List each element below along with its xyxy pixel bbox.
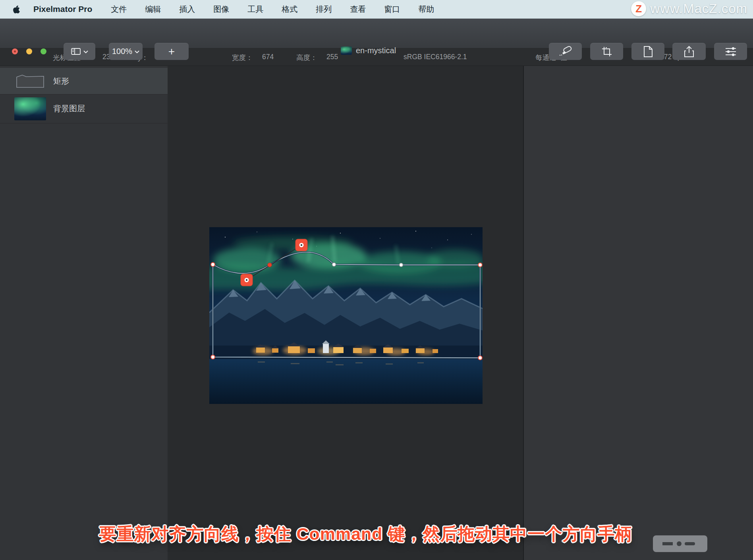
document-image[interactable]: [209, 227, 483, 404]
menu-help[interactable]: 帮助: [409, 4, 443, 15]
color-profile: sRGB IEC61966-2.1: [404, 53, 467, 61]
layer-row-background[interactable]: 背景图层: [0, 94, 168, 124]
share-button[interactable]: [672, 43, 706, 60]
selection-height-value: 255: [326, 53, 338, 61]
layers-sidebar: 矩形 背景图层 正常 100% 搜索: [0, 66, 168, 560]
selection-height-label: 高度：: [296, 53, 317, 62]
app-menu-pixelmator[interactable]: Pixelmator Pro: [24, 4, 102, 14]
menu-tools[interactable]: 工具: [238, 4, 272, 15]
menu-arrange[interactable]: 排列: [307, 4, 341, 15]
watermark-text: www.MacZ.com: [650, 1, 747, 16]
menu-file[interactable]: 文件: [102, 4, 136, 15]
crop-icon: [601, 46, 612, 57]
minimize-window-button[interactable]: [26, 48, 32, 54]
watermark: Z www.MacZ.com: [631, 1, 747, 16]
document-icon: [643, 46, 653, 58]
document-title: en-mystical: [356, 46, 396, 55]
crop-button[interactable]: [590, 43, 623, 60]
zoom-level-value: 100%: [112, 47, 132, 56]
layer-name: 矩形: [53, 76, 69, 87]
tutorial-caption: 要重新对齐方向线，按住 Command 键，然后拖动其中一个方向手柄: [99, 523, 632, 546]
menu-format[interactable]: 格式: [272, 4, 307, 15]
selection-width-label: 宽度：: [232, 53, 253, 62]
export-button[interactable]: [631, 43, 664, 60]
document-title-group: en-mystical: [341, 46, 396, 55]
sidebar-icon: [71, 48, 81, 55]
shape-layer-thumbnail: [14, 71, 46, 91]
share-icon: [684, 46, 694, 58]
chevron-down-icon: [135, 50, 139, 53]
selection-width-value: 674: [262, 53, 274, 61]
direction-handle-lower[interactable]: [241, 274, 253, 286]
add-layer-button[interactable]: +: [154, 43, 189, 60]
shape-options-panel: [524, 66, 753, 560]
sliders-icon: [725, 46, 737, 57]
menu-window[interactable]: 窗口: [375, 4, 409, 15]
chevron-down-icon: [83, 50, 88, 53]
marker-pen-icon: [559, 46, 572, 58]
layer-row-rectangle[interactable]: 矩形: [0, 68, 168, 95]
panel-divider: [523, 66, 524, 560]
apple-menu-icon[interactable]: [12, 4, 21, 14]
menu-edit[interactable]: 编辑: [136, 4, 170, 15]
zoom-window-button[interactable]: [41, 48, 46, 54]
menu-view[interactable]: 查看: [341, 4, 375, 15]
settings-button[interactable]: [714, 43, 747, 60]
direction-handle-upper[interactable]: [295, 239, 307, 251]
layer-name: 背景图层: [53, 103, 85, 114]
close-window-button[interactable]: [12, 48, 18, 54]
menu-image[interactable]: 图像: [204, 4, 238, 15]
document-thumbnail: [341, 46, 352, 55]
watermark-logo: Z: [631, 1, 646, 16]
background-layer-thumbnail: [14, 97, 46, 120]
quick-fill-button[interactable]: [549, 43, 582, 60]
menu-insert[interactable]: 插入: [170, 4, 204, 15]
sidebar-toggle-button[interactable]: [64, 43, 95, 60]
zoom-level-button[interactable]: 100%: [109, 43, 143, 60]
cap-style-control[interactable]: [653, 535, 707, 552]
water: [209, 359, 483, 404]
title-bar: 100% + en-mystical: [0, 18, 753, 48]
